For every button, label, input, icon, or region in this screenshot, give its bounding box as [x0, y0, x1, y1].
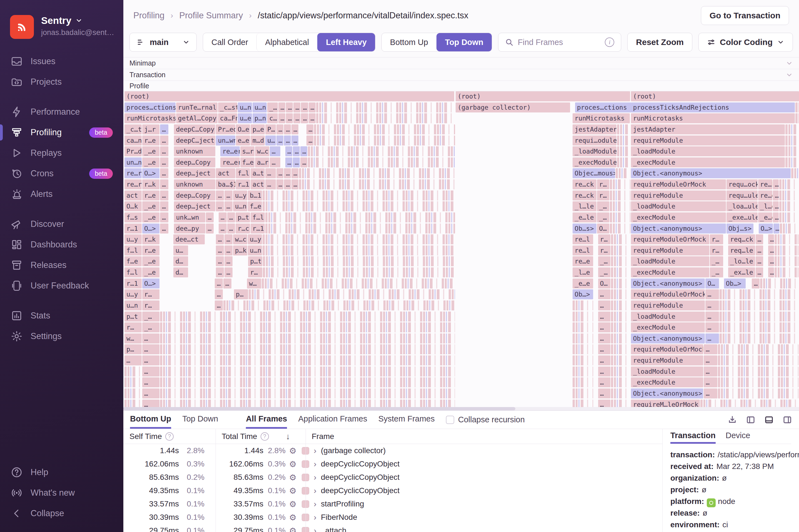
- flame-frame[interactable]: …: [768, 234, 774, 244]
- flame-frame[interactable]: Object.<anonymous>: [631, 224, 726, 233]
- flame-frame[interactable]: _loadModule: [631, 201, 726, 211]
- flame-frame[interactable]: …: [286, 102, 293, 112]
- flame-frame[interactable]: re…ck: [573, 179, 596, 189]
- flame-frame[interactable]: f…l: [125, 245, 142, 255]
- sort-alphabetical[interactable]: Alphabetical: [256, 33, 317, 51]
- flame-frame[interactable]: f…s: [125, 212, 142, 223]
- flame-frame[interactable]: _execModule: [631, 267, 709, 278]
- flame-frame[interactable]: …: [704, 356, 717, 365]
- flame-frame[interactable]: unknown: [174, 146, 215, 156]
- flame-frame[interactable]: …: [292, 168, 298, 178]
- flame-frame[interactable]: runMicrotasks: [573, 113, 630, 123]
- flame-frame[interactable]: …: [160, 135, 168, 146]
- flame-frame[interactable]: re…l: [573, 245, 593, 255]
- flame-frame[interactable]: …: [224, 234, 233, 244]
- flame-frame[interactable]: …: [292, 135, 298, 146]
- flame-frame[interactable]: r…1: [125, 279, 142, 288]
- flame-frame[interactable]: …: [227, 224, 235, 233]
- flame-frame[interactable]: …: [286, 113, 293, 123]
- gear-icon[interactable]: ⚙: [285, 459, 300, 469]
- flame-frame[interactable]: d…: [173, 256, 188, 266]
- flame-frame[interactable]: _…: [142, 311, 160, 322]
- self-time-header[interactable]: Self Time: [129, 432, 162, 441]
- flame-frame[interactable]: p…: [234, 289, 248, 299]
- flame-frame[interactable]: …: [598, 311, 610, 322]
- tab-system-frames[interactable]: System Frames: [378, 411, 435, 429]
- sidebar-item-user-feedback[interactable]: User Feedback: [0, 276, 123, 296]
- flamegraph[interactable]: (root)proces…ctionsrunTe…rnal_c…stu…nu…n…: [123, 91, 799, 411]
- flame-frame[interactable]: …: [160, 157, 168, 167]
- flame-frame[interactable]: r…: [598, 245, 610, 255]
- tab-bottom-up[interactable]: Bottom Up: [130, 411, 171, 429]
- download-icon[interactable]: [727, 415, 737, 425]
- flame-frame[interactable]: …: [309, 102, 316, 112]
- transaction-section-header[interactable]: Transaction: [123, 69, 799, 80]
- flame-frame[interactable]: _c…st: [218, 102, 237, 112]
- flame-frame[interactable]: deep…ject: [174, 168, 215, 178]
- flame-frame[interactable]: …: [300, 146, 307, 156]
- flame-frame[interactable]: b…1: [248, 190, 262, 201]
- profile-section-header[interactable]: Profile: [123, 80, 799, 91]
- flame-frame[interactable]: …: [142, 356, 160, 365]
- flame-frame[interactable]: re…ck: [573, 190, 596, 201]
- table-row[interactable]: 33.57ms0.1%33.57ms0.1%⚙›startProfiling: [123, 497, 662, 511]
- flame-frame[interactable]: _loadModule: [631, 311, 705, 322]
- flame-frame[interactable]: O…: [597, 224, 609, 233]
- search-info-icon[interactable]: i: [605, 37, 614, 47]
- flame-frame[interactable]: O…e: [236, 125, 250, 134]
- org-switcher[interactable]: Sentry jonas.badalic@sent…: [0, 7, 123, 51]
- flame-frame[interactable]: u…n: [125, 300, 142, 310]
- flame-frame[interactable]: _…: [267, 102, 278, 112]
- flame-frame[interactable]: O…k: [125, 201, 142, 211]
- flame-frame[interactable]: …: [160, 125, 168, 134]
- flame-frame[interactable]: _loadModule: [631, 256, 709, 266]
- expand-chevron-icon[interactable]: ›: [314, 499, 316, 509]
- tab-all-frames[interactable]: All Frames: [246, 411, 287, 429]
- sidebar-item-issues[interactable]: Issues: [0, 51, 123, 72]
- flame-frame[interactable]: m…d: [250, 135, 265, 146]
- flame-frame[interactable]: …: [598, 300, 610, 310]
- go-to-transaction-button[interactable]: Go to Transaction: [701, 6, 789, 25]
- flamegraph-scrollbar[interactable]: [123, 407, 799, 411]
- flame-frame[interactable]: requireModuleOrMock: [631, 344, 703, 354]
- flame-frame[interactable]: w…c: [233, 234, 247, 244]
- flame-frame[interactable]: u…: [173, 245, 188, 255]
- sidebar-item-settings[interactable]: Settings: [0, 326, 123, 346]
- flame-frame[interactable]: un…n: [125, 157, 142, 167]
- flame-frame[interactable]: f…e: [240, 157, 255, 167]
- flame-frame[interactable]: …: [224, 267, 233, 278]
- tab-top-down[interactable]: Top Down: [182, 411, 218, 429]
- flame-frame[interactable]: …: [224, 201, 233, 211]
- minimap-section-header[interactable]: Minimap: [123, 57, 799, 69]
- flame-frame[interactable]: _…e: [142, 256, 160, 266]
- flame-frame[interactable]: …: [293, 113, 300, 123]
- flame-frame[interactable]: _loadModule: [573, 146, 616, 156]
- flame-frame[interactable]: r…: [710, 245, 723, 255]
- flame-frame[interactable]: Ob…>: [724, 279, 746, 288]
- flame-frame[interactable]: r…1: [125, 224, 142, 233]
- flame-frame[interactable]: …: [768, 267, 774, 278]
- flame-frame[interactable]: _e…le: [573, 212, 596, 223]
- flame-frame[interactable]: dee…ct: [173, 234, 204, 244]
- flame-frame[interactable]: …: [756, 267, 763, 278]
- flame-frame[interactable]: P…: [265, 125, 276, 134]
- flame-frame[interactable]: O…: [705, 279, 719, 288]
- flame-frame[interactable]: deep…ject: [174, 201, 215, 211]
- table-row[interactable]: 162.06ms0.3%162.06ms0.3%⚙›deepCyclicCopy…: [123, 457, 662, 471]
- flame-frame[interactable]: …: [278, 113, 285, 123]
- flame-frame[interactable]: p…t: [236, 212, 250, 223]
- flame-frame[interactable]: f…l: [250, 212, 265, 223]
- flame-frame[interactable]: ba…$1: [216, 179, 235, 189]
- expand-chevron-icon[interactable]: ›: [314, 473, 316, 482]
- flame-frame[interactable]: O…>: [142, 168, 160, 178]
- color-coding-button[interactable]: Color Coding: [699, 33, 793, 52]
- flame-frame[interactable]: …: [598, 322, 610, 332]
- flame-frame[interactable]: unknown: [174, 179, 215, 189]
- flame-frame[interactable]: p…e: [250, 125, 265, 134]
- flame-frame[interactable]: (root): [456, 91, 630, 101]
- flame-frame[interactable]: requireModule: [631, 190, 726, 201]
- sidebar-item-replays[interactable]: Replays: [0, 143, 123, 163]
- expand-chevron-icon[interactable]: ›: [314, 459, 316, 469]
- flame-frame[interactable]: _…e: [142, 267, 160, 278]
- search-input[interactable]: [518, 38, 601, 47]
